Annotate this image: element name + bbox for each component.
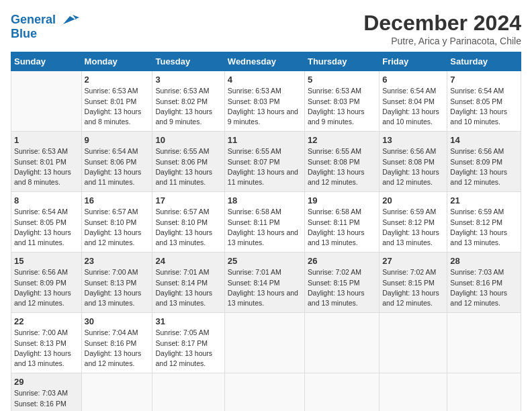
day-number: 13 (382, 134, 444, 146)
col-wednesday: Wednesday (224, 52, 304, 71)
day-number: 25 (228, 255, 302, 267)
day-number: 18 (228, 195, 302, 207)
daylight: Daylight: 13 hours and 13 minutes. (382, 228, 439, 246)
sunrise: Sunrise: 7:01 AM (155, 268, 209, 276)
sunset: Sunset: 8:05 PM (14, 218, 66, 226)
calendar-cell (304, 373, 379, 412)
day-number: 26 (308, 255, 376, 267)
sunrise: Sunrise: 7:05 AM (155, 328, 209, 336)
sunset: Sunset: 8:08 PM (308, 158, 360, 166)
col-monday: Monday (81, 52, 152, 71)
sunrise: Sunrise: 6:56 AM (14, 268, 68, 276)
daylight: Daylight: 13 hours and 12 minutes. (450, 168, 507, 186)
sunrise: Sunrise: 6:54 AM (450, 87, 504, 95)
day-number: 2 (85, 74, 150, 86)
daylight: Daylight: 13 hours and 13 minutes. (308, 228, 365, 246)
month-title: December 2024 (363, 11, 521, 36)
day-number: 12 (308, 134, 376, 146)
calendar-cell (304, 313, 379, 373)
day-number: 24 (155, 255, 221, 267)
sunset: Sunset: 8:12 PM (382, 218, 435, 226)
day-number: 3 (155, 74, 221, 86)
calendar-cell: 6Sunrise: 6:54 AMSunset: 8:04 PMDaylight… (380, 71, 447, 132)
sunset: Sunset: 8:10 PM (155, 218, 208, 226)
sunrise: Sunrise: 7:02 AM (308, 268, 361, 276)
calendar-cell (152, 373, 224, 412)
sunrise: Sunrise: 7:03 AM (14, 389, 68, 397)
sunset: Sunset: 8:03 PM (228, 97, 280, 105)
daylight: Daylight: 13 hours and 8 minutes. (14, 168, 71, 186)
calendar-cell: 15Sunrise: 6:56 AMSunset: 8:09 PMDayligh… (11, 253, 82, 313)
day-number: 20 (382, 195, 444, 207)
sunset: Sunset: 8:06 PM (155, 158, 208, 166)
week-row: 1Sunrise: 6:53 AMSunset: 8:01 PMDaylight… (11, 132, 521, 192)
calendar-cell: 12Sunrise: 6:55 AMSunset: 8:08 PMDayligh… (304, 132, 379, 192)
day-number: 7 (450, 74, 518, 86)
daylight: Daylight: 13 hours and 10 minutes. (450, 107, 507, 126)
day-number: 31 (155, 316, 221, 328)
calendar-cell: 9Sunrise: 6:54 AMSunset: 8:06 PMDaylight… (81, 132, 152, 192)
calendar-cell: 27Sunrise: 7:02 AMSunset: 8:15 PMDayligh… (380, 253, 447, 313)
week-row: 2Sunrise: 6:53 AMSunset: 8:01 PMDaylight… (11, 71, 521, 132)
daylight: Daylight: 13 hours and 11 minutes. (14, 228, 71, 246)
calendar-cell (380, 373, 447, 412)
sunrise: Sunrise: 6:58 AM (308, 208, 361, 216)
daylight: Daylight: 13 hours and 13 minutes. (450, 228, 507, 246)
day-number: 29 (14, 376, 79, 388)
calendar-cell (447, 373, 521, 412)
daylight: Daylight: 13 hours and 12 minutes. (85, 228, 142, 246)
calendar-cell: 2Sunrise: 6:53 AMSunset: 8:01 PMDaylight… (81, 71, 152, 132)
day-number: 27 (382, 255, 444, 267)
calendar-cell: 11Sunrise: 6:55 AMSunset: 8:07 PMDayligh… (224, 132, 304, 192)
calendar-cell: 21Sunrise: 6:59 AMSunset: 8:12 PMDayligh… (447, 192, 521, 253)
sunrise: Sunrise: 7:04 AM (85, 328, 138, 336)
calendar-cell (224, 313, 304, 373)
sunrise: Sunrise: 6:59 AM (382, 208, 436, 216)
sunset: Sunset: 8:16 PM (85, 339, 137, 347)
calendar-cell: 28Sunrise: 7:03 AMSunset: 8:16 PMDayligh… (447, 253, 521, 313)
calendar-cell: 26Sunrise: 7:02 AMSunset: 8:15 PMDayligh… (304, 253, 379, 313)
daylight: Daylight: 13 hours and 8 minutes. (85, 107, 142, 126)
sunset: Sunset: 8:07 PM (228, 158, 280, 166)
calendar-cell: 5Sunrise: 6:53 AMSunset: 8:03 PMDaylight… (304, 71, 379, 132)
day-number: 11 (228, 134, 302, 146)
daylight: Daylight: 13 hours and 12 minutes. (382, 289, 439, 307)
daylight: Daylight: 13 hours and 12 minutes. (308, 168, 365, 186)
calendar-cell: 24Sunrise: 7:01 AMSunset: 8:14 PMDayligh… (152, 253, 224, 313)
day-number: 17 (155, 195, 221, 207)
day-number: 15 (14, 255, 79, 267)
col-saturday: Saturday (447, 52, 521, 71)
header-row: Sunday Monday Tuesday Wednesday Thursday… (11, 52, 521, 71)
calendar-cell: 13Sunrise: 6:56 AMSunset: 8:08 PMDayligh… (380, 132, 447, 192)
daylight: Daylight: 13 hours and 12 minutes. (155, 349, 212, 367)
calendar-cell: 23Sunrise: 7:00 AMSunset: 8:13 PMDayligh… (81, 253, 152, 313)
sunset: Sunset: 8:01 PM (85, 97, 137, 105)
sunrise: Sunrise: 6:55 AM (155, 147, 209, 155)
daylight: Daylight: 13 hours and 13 minutes. (228, 289, 298, 307)
daylight: Daylight: 13 hours and 12 minutes. (382, 168, 439, 186)
daylight: Daylight: 13 hours and 9 minutes. (228, 107, 298, 126)
sunrise: Sunrise: 6:56 AM (382, 147, 436, 155)
page-header: General Blue December 2024 Putre, Arica … (11, 11, 521, 46)
sunrise: Sunrise: 6:53 AM (85, 87, 138, 95)
day-number: 23 (85, 255, 150, 267)
sunset: Sunset: 8:14 PM (155, 279, 208, 287)
calendar-cell: 8Sunrise: 6:54 AMSunset: 8:05 PMDaylight… (11, 192, 82, 253)
sunrise: Sunrise: 6:58 AM (228, 208, 281, 216)
calendar-cell (380, 313, 447, 373)
title-block: December 2024 Putre, Arica y Parinacota,… (363, 11, 521, 46)
week-row: 22Sunrise: 7:00 AMSunset: 8:13 PMDayligh… (11, 313, 521, 373)
calendar-cell: 10Sunrise: 6:55 AMSunset: 8:06 PMDayligh… (152, 132, 224, 192)
sunset: Sunset: 8:06 PM (85, 158, 137, 166)
calendar-cell: 31Sunrise: 7:05 AMSunset: 8:17 PMDayligh… (152, 313, 224, 373)
sunset: Sunset: 8:14 PM (228, 279, 280, 287)
day-number: 22 (14, 316, 79, 328)
sunrise: Sunrise: 7:00 AM (85, 268, 138, 276)
calendar-cell: 25Sunrise: 7:01 AMSunset: 8:14 PMDayligh… (224, 253, 304, 313)
calendar-cell (81, 373, 152, 412)
sunset: Sunset: 8:13 PM (14, 339, 66, 347)
calendar-cell (224, 373, 304, 412)
calendar-cell: 16Sunrise: 6:57 AMSunset: 8:10 PMDayligh… (81, 192, 152, 253)
sunrise: Sunrise: 6:57 AM (85, 208, 138, 216)
sunrise: Sunrise: 7:03 AM (450, 268, 504, 276)
